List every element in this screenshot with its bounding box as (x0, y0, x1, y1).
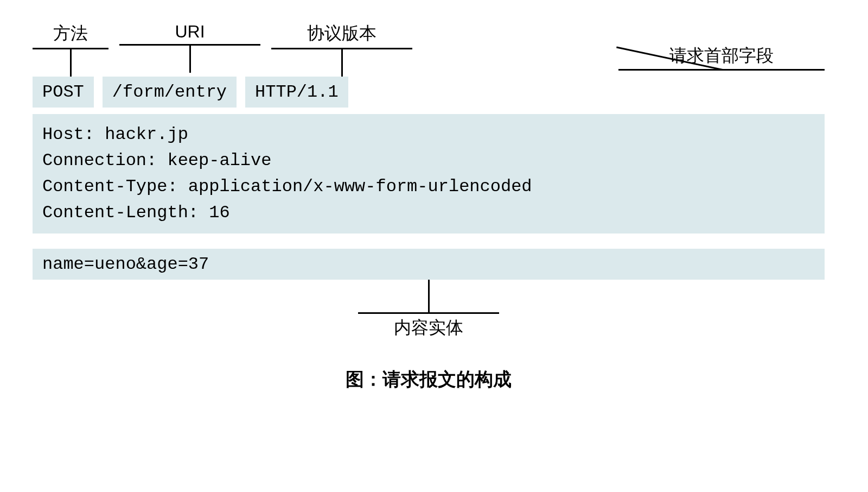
protocol-label: 协议版本 (307, 22, 376, 48)
headers-box: Host: hackr.jp Connection: keep-alive Co… (33, 114, 825, 234)
uri-token: /form/entry (103, 77, 237, 108)
header-fields-label: 请求首部字段 (618, 44, 825, 69)
uri-label: URI (175, 22, 205, 44)
protocol-token: HTTP/1.1 (245, 77, 348, 108)
protocol-label-group: 协议版本 (271, 22, 412, 77)
protocol-connector (341, 49, 343, 77)
body-connector (428, 280, 430, 312)
body-label: 内容实体 (358, 314, 499, 340)
body-label-section: 内容实体 (33, 280, 825, 340)
request-line-row: POST /form/entry HTTP/1.1 (33, 77, 825, 108)
request-line-section: POST /form/entry HTTP/1.1 请求首部字段 (33, 77, 825, 108)
method-token: POST (33, 77, 94, 108)
http-request-diagram: 方法 URI 协议版本 POST /form/entry HTTP/1.1 请求… (33, 22, 825, 392)
figure-caption: 图：请求报文的构成 (33, 367, 825, 392)
uri-label-group: URI (119, 22, 260, 77)
method-connector (70, 49, 72, 77)
body-box: name=ueno&age=37 (33, 249, 825, 280)
header-fields-label-group: 请求首部字段 (618, 44, 825, 71)
method-label-group: 方法 (33, 22, 108, 77)
body-label-group: 内容实体 (358, 312, 499, 340)
uri-connector (189, 46, 191, 73)
method-label: 方法 (53, 22, 88, 48)
